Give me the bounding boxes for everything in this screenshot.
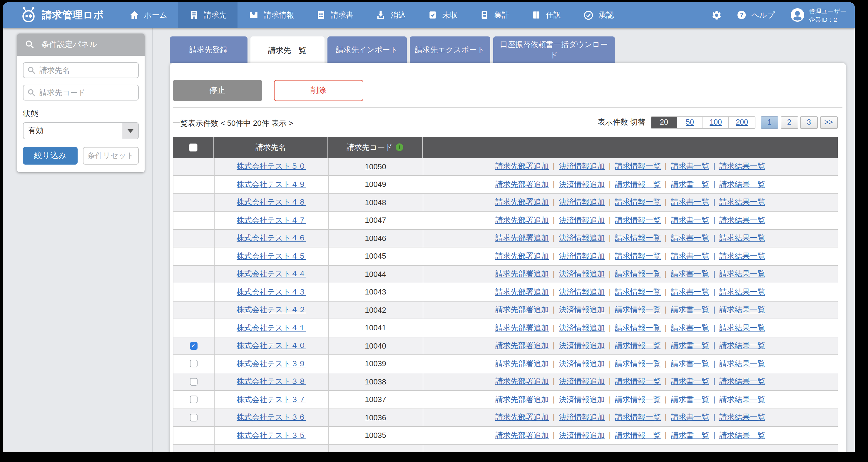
- billing-name-link[interactable]: 株式会社テスト４３: [237, 287, 306, 298]
- row-action-link[interactable]: 請求先部署追加: [495, 197, 549, 208]
- row-action-link[interactable]: 請求書一覧: [671, 359, 709, 369]
- row-action-link[interactable]: 請求先部署追加: [495, 161, 549, 172]
- row-action-link[interactable]: 請求結果一覧: [719, 359, 765, 369]
- row-action-link[interactable]: 請求結果一覧: [719, 323, 765, 333]
- nav-item-home[interactable]: ホーム: [118, 2, 179, 28]
- row-action-link[interactable]: 請求情報一覧: [615, 341, 661, 351]
- delete-button[interactable]: 削除: [274, 80, 363, 101]
- row-action-link[interactable]: 請求情報一覧: [615, 179, 661, 190]
- row-action-link[interactable]: 請求情報一覧: [615, 376, 661, 387]
- billing-name-link[interactable]: 株式会社テスト４７: [237, 215, 306, 226]
- row-action-link[interactable]: 請求先部署追加: [495, 376, 549, 387]
- row-action-link[interactable]: 請求書一覧: [671, 412, 709, 423]
- row-action-link[interactable]: 決済情報追加: [559, 376, 605, 387]
- row-action-link[interactable]: 決済情報追加: [559, 179, 605, 190]
- page-button-next[interactable]: >>: [820, 116, 837, 128]
- row-action-link[interactable]: 請求情報一覧: [615, 161, 661, 172]
- row-action-link[interactable]: 決済情報追加: [559, 287, 605, 298]
- row-action-link[interactable]: 請求書一覧: [671, 233, 709, 244]
- row-action-link[interactable]: 請求結果一覧: [719, 394, 765, 405]
- nav-item-reconciliation[interactable]: 消込: [365, 2, 417, 28]
- row-action-link[interactable]: 請求先部署追加: [495, 179, 549, 190]
- billing-name-link[interactable]: 株式会社テスト４４: [237, 269, 306, 279]
- nav-item-approval[interactable]: 承認: [572, 2, 625, 28]
- tab-billing-customer-list[interactable]: 請求先一覧: [250, 36, 324, 64]
- billing-name-link[interactable]: 株式会社テスト４１: [237, 323, 306, 333]
- row-action-link[interactable]: 決済情報追加: [559, 430, 605, 441]
- row-action-link[interactable]: 請求書一覧: [671, 269, 709, 279]
- row-action-link[interactable]: 請求情報一覧: [615, 323, 661, 333]
- user-menu[interactable]: 管理ユーザー 企業ID：2: [790, 7, 846, 24]
- row-action-link[interactable]: 請求結果一覧: [719, 161, 765, 172]
- row-action-link[interactable]: 決済情報追加: [559, 394, 605, 405]
- row-action-link[interactable]: 請求先部署追加: [495, 305, 549, 315]
- row-action-link[interactable]: 決済情報追加: [559, 251, 605, 261]
- billing-name-link[interactable]: 株式会社テスト３７: [237, 394, 306, 405]
- nav-item-billing-customers[interactable]: 請求先: [179, 2, 238, 28]
- tab-billing-customer-register[interactable]: 請求先登録: [169, 36, 247, 63]
- nav-item-unpaid[interactable]: 未収: [417, 2, 469, 28]
- row-action-link[interactable]: 請求先部署追加: [495, 341, 549, 351]
- row-action-link[interactable]: 請求書一覧: [671, 251, 709, 261]
- select-all-checkbox[interactable]: [189, 143, 197, 152]
- row-action-link[interactable]: 決済情報追加: [559, 412, 605, 423]
- row-action-link[interactable]: 請求情報一覧: [615, 287, 661, 298]
- row-action-link[interactable]: 請求書一覧: [671, 215, 709, 226]
- row-action-link[interactable]: 決済情報追加: [559, 233, 605, 244]
- row-action-link[interactable]: 請求結果一覧: [719, 305, 765, 315]
- row-action-link[interactable]: 請求結果一覧: [719, 269, 765, 279]
- row-checkbox[interactable]: [190, 342, 197, 350]
- billing-name-link[interactable]: 株式会社テスト５０: [237, 161, 306, 172]
- row-action-link[interactable]: 決済情報追加: [559, 269, 605, 279]
- row-action-link[interactable]: 請求先部署追加: [495, 430, 549, 441]
- row-action-link[interactable]: 請求先部署追加: [495, 269, 549, 279]
- row-action-link[interactable]: 請求情報一覧: [615, 412, 661, 423]
- row-action-link[interactable]: 請求書一覧: [671, 341, 709, 351]
- row-action-link[interactable]: 請求情報一覧: [615, 394, 661, 405]
- select-dropdown-button[interactable]: [122, 123, 138, 138]
- billing-name-link[interactable]: 株式会社テスト３５: [237, 430, 306, 441]
- row-action-link[interactable]: 請求先部署追加: [495, 233, 549, 244]
- row-action-link[interactable]: 請求先部署追加: [495, 215, 549, 226]
- billing-name-link[interactable]: 株式会社テスト３８: [237, 376, 306, 387]
- tab-direct-debit-download[interactable]: 口座振替依頼書一括ダウンロード: [493, 36, 615, 63]
- row-action-link[interactable]: 決済情報追加: [559, 359, 605, 369]
- nav-item-aggregation[interactable]: 集計: [469, 2, 521, 28]
- row-action-link[interactable]: 請求先部署追加: [495, 287, 549, 298]
- nav-item-journal[interactable]: 仕訳: [521, 2, 572, 28]
- row-action-link[interactable]: 請求情報一覧: [615, 359, 661, 369]
- tab-billing-customer-import[interactable]: 請求先インポート: [327, 36, 406, 63]
- row-checkbox[interactable]: [190, 378, 197, 386]
- row-action-link[interactable]: 請求先部署追加: [495, 251, 549, 261]
- row-checkbox[interactable]: [190, 360, 197, 368]
- page-button-1[interactable]: 1: [761, 116, 778, 128]
- billing-name-link[interactable]: 株式会社テスト４９: [237, 179, 306, 190]
- row-checkbox[interactable]: [190, 396, 197, 403]
- filter-reset-button[interactable]: 条件リセット: [83, 147, 139, 164]
- billing-name-link[interactable]: 株式会社テスト３９: [237, 359, 306, 369]
- billing-name-link[interactable]: 株式会社テスト４０: [237, 341, 306, 351]
- settings-gear-icon[interactable]: [711, 10, 722, 21]
- row-action-link[interactable]: 請求書一覧: [671, 287, 709, 298]
- row-action-link[interactable]: 請求結果一覧: [719, 376, 765, 387]
- row-action-link[interactable]: 決済情報追加: [559, 323, 605, 333]
- row-action-link[interactable]: 請求書一覧: [671, 161, 709, 172]
- row-action-link[interactable]: 請求書一覧: [671, 179, 709, 190]
- row-action-link[interactable]: 請求書一覧: [671, 323, 709, 333]
- billing-name-link[interactable]: 株式会社テスト３６: [237, 412, 306, 423]
- row-action-link[interactable]: 決済情報追加: [559, 341, 605, 351]
- row-action-link[interactable]: 請求書一覧: [671, 197, 709, 208]
- billing-name-input[interactable]: [23, 62, 139, 78]
- page-size-100[interactable]: 100: [703, 117, 729, 128]
- row-action-link[interactable]: 請求書一覧: [671, 430, 709, 441]
- row-action-link[interactable]: 請求情報一覧: [615, 430, 661, 441]
- row-action-link[interactable]: 請求情報一覧: [615, 305, 661, 315]
- nav-item-invoices[interactable]: 請求書: [305, 2, 365, 28]
- row-action-link[interactable]: 請求書一覧: [671, 376, 709, 387]
- row-action-link[interactable]: 請求結果一覧: [719, 412, 765, 423]
- row-action-link[interactable]: 請求結果一覧: [719, 341, 765, 351]
- row-action-link[interactable]: 請求結果一覧: [719, 287, 765, 298]
- page-button-2[interactable]: 2: [780, 116, 798, 128]
- page-size-50[interactable]: 50: [677, 117, 703, 128]
- billing-code-input[interactable]: [23, 84, 139, 100]
